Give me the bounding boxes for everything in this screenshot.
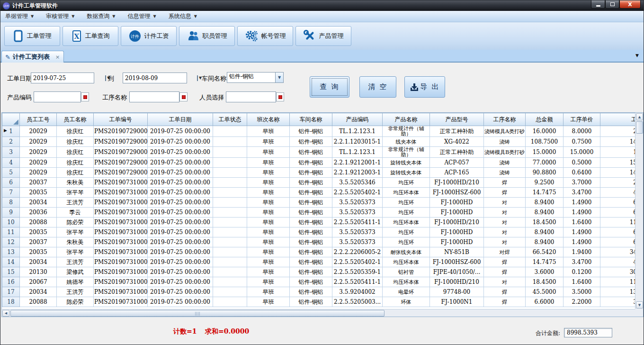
cell[interactable]	[213, 137, 247, 147]
scroll-left-icon[interactable]: ◀	[2, 310, 9, 317]
column-header[interactable]: 员工工号	[20, 113, 57, 126]
cell[interactable]: 早班	[247, 158, 290, 168]
cell[interactable]: 20029	[20, 147, 57, 158]
row-number[interactable]: 7	[2, 188, 20, 198]
horizontal-scrollbar[interactable]: ◀ ▶	[2, 309, 643, 317]
column-header[interactable]: 员工名称	[57, 113, 94, 126]
cell[interactable]: 3.5.5205346	[332, 178, 383, 188]
menu-item-order-management[interactable]: 单据管理▼	[5, 12, 34, 20]
minimize-button[interactable]	[591, 0, 605, 9]
cell[interactable]: 焊	[484, 178, 526, 188]
cell[interactable]: PMS201907310002	[94, 267, 148, 277]
cell[interactable]	[213, 188, 247, 198]
cell[interactable]: 铝件-铜铝	[290, 147, 332, 158]
cell[interactable]: TL.1.2.123.1	[332, 126, 383, 137]
cell[interactable]: 非常规计件（辅助）	[383, 147, 430, 158]
row-number[interactable]: 18	[2, 297, 20, 307]
row-number[interactable]: 14	[2, 257, 20, 267]
table-row[interactable]: 1020088陈必荣PMS2019073100022019-07-25 00:0…	[2, 218, 643, 227]
cell[interactable]: 20036	[20, 208, 57, 218]
cell[interactable]: 20037	[20, 237, 57, 247]
cell[interactable]: 早班	[247, 247, 290, 257]
cell[interactable]: 铝件-铜铝	[290, 178, 332, 188]
cell[interactable]: 2.2.5.5205003...	[332, 297, 383, 307]
cell[interactable]: 0.6400	[564, 168, 600, 178]
cell[interactable]: 6.6000	[526, 297, 564, 307]
cell[interactable]: 14.7475	[526, 188, 564, 198]
cell[interactable]: 2019-07-25 00:00:00	[148, 297, 213, 307]
calendar-icon[interactable]	[105, 75, 106, 81]
table-row[interactable]: 1120035张平琴PMS2019073100022019-07-25 00:0…	[2, 227, 643, 237]
combo-dropdown-icon[interactable]: ▼	[275, 73, 283, 82]
cell[interactable]: 14.7475	[526, 257, 564, 267]
cell[interactable]: 徐庆红	[57, 147, 94, 158]
cell[interactable]: 浇铸	[484, 168, 526, 178]
table-row[interactable]: 1820088陈必荣PMS2019073100022019-07-25 00:0…	[2, 297, 643, 307]
cell[interactable]: 铝件-铜铝	[290, 277, 332, 287]
cell[interactable]: 20035	[20, 247, 57, 257]
cell[interactable]: TL.1.2.123.1	[332, 147, 383, 158]
cell[interactable]: 20088	[20, 297, 57, 307]
cell[interactable]: ACP-057	[430, 158, 484, 168]
restore-button[interactable]	[605, 0, 619, 9]
cell[interactable]: 早班	[247, 237, 290, 247]
cell[interactable]: 焊	[484, 297, 526, 307]
cell[interactable]: 陈必荣	[57, 297, 94, 307]
cell[interactable]: 徐庆红	[57, 126, 94, 137]
cell[interactable]: 1.6400	[564, 277, 600, 287]
cell[interactable]: 16.0000	[526, 126, 564, 137]
cell[interactable]: 2.2.2.2206005-2	[332, 247, 383, 257]
cell[interactable]: 王洪芳	[57, 257, 94, 267]
cell[interactable]: 15.0000	[526, 147, 564, 158]
process-name-input[interactable]	[130, 92, 204, 102]
toolbar-work-order-management-button[interactable]: 工单管理	[4, 26, 60, 46]
cell[interactable]: 铝件-铜铝	[290, 158, 332, 168]
table-row[interactable]: 420029徐庆红PMS2019072900012019-07-25 00:00…	[2, 158, 643, 168]
column-header[interactable]: 工单日期	[148, 113, 213, 126]
cell[interactable]: 陈必荣	[57, 218, 94, 227]
cell[interactable]: 铝件-铜铝	[290, 137, 332, 147]
person-picker-button[interactable]	[276, 92, 284, 101]
cell[interactable]: 97748-00	[430, 287, 484, 297]
column-header[interactable]: 工序名称	[484, 113, 526, 126]
cell[interactable]: 张平琴	[57, 188, 94, 198]
cell[interactable]: 正常工种补助	[430, 126, 484, 137]
date-from-input[interactable]	[31, 73, 105, 83]
person-select-field[interactable]	[226, 91, 276, 102]
column-header[interactable]: 工单编号	[94, 113, 148, 126]
toolbar-account-management-button[interactable]: 帐号管理	[237, 26, 293, 46]
cell[interactable]: 9.2500	[526, 178, 564, 188]
cell[interactable]: 早班	[247, 168, 290, 178]
cell[interactable]: 徐庆红	[57, 158, 94, 168]
table-row[interactable]: 920036季云PMS2019073100022019-07-25 00:00:…	[2, 208, 643, 218]
clear-button[interactable]: 清 空	[359, 76, 396, 98]
cell[interactable]: 焊	[484, 188, 526, 198]
cell[interactable]: 3.5.9204002	[332, 287, 383, 297]
table-row[interactable]: 520029徐庆红PMS2019072900012019-07-25 00:00…	[2, 168, 643, 178]
cell[interactable]: 旋转线夹本体	[383, 168, 430, 178]
tab-list-dropdown-icon[interactable]: ▼	[635, 53, 639, 58]
cell[interactable]: 8.9400	[526, 227, 564, 237]
cell[interactable]: 早班	[247, 257, 290, 267]
cell[interactable]: 早班	[247, 147, 290, 158]
cell[interactable]: 铝件-铜铝	[290, 218, 332, 227]
cell[interactable]: FJ-1000HD	[430, 198, 484, 208]
cell[interactable]: XG-4022	[430, 137, 484, 147]
cell[interactable]: 均压环本体	[383, 277, 430, 287]
table-row[interactable]: 620037朱秋美PMS2019073100022019-07-25 00:00…	[2, 178, 643, 188]
table-row[interactable]: 220029徐庆红PMS2019072900012019-07-25 00:00…	[2, 137, 643, 147]
cell[interactable]: 3.4700	[564, 188, 600, 198]
row-number[interactable]: 11	[2, 227, 20, 237]
cell[interactable]	[213, 287, 247, 297]
cell[interactable]: PMS201907290001	[94, 158, 148, 168]
select-all-corner[interactable]	[2, 113, 20, 126]
cell[interactable]: 均压环本体	[383, 188, 430, 198]
cell[interactable]: PMS201907310002	[94, 198, 148, 208]
process-name-picker-button[interactable]	[179, 92, 188, 101]
cell[interactable]: PMS201907310002	[94, 178, 148, 188]
cell[interactable]: 早班	[247, 218, 290, 227]
table-row[interactable]: 1▶20029徐庆红PMS2019072900012019-07-25 00:0…	[2, 126, 643, 137]
cell[interactable]	[213, 227, 247, 237]
cell[interactable]: PMS201907310002	[94, 188, 148, 198]
cell[interactable]: 对	[484, 277, 526, 287]
